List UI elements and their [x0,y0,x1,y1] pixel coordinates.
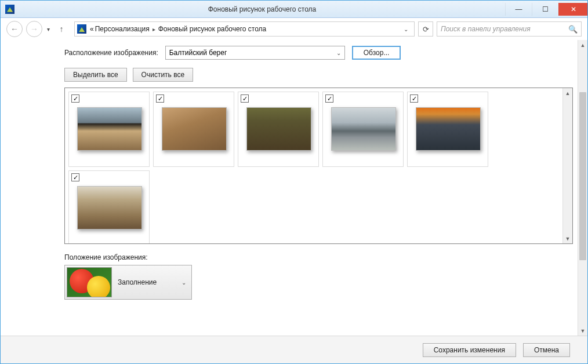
gallery-thumbnail [77,107,142,151]
scroll-thumb[interactable] [579,92,586,260]
gallery-item[interactable]: ✓ [68,170,150,243]
position-label: Положение изображения: [64,253,573,261]
breadcrumb-dropdown-icon[interactable]: ⌄ [400,26,412,32]
location-label: Расположение изображения: [64,49,158,57]
history-dropdown-icon[interactable]: ▾ [46,26,51,32]
main-panel: Расположение изображения: Балтийский бер… [1,40,578,336]
position-select[interactable]: Заполнение ⌄ [64,265,192,300]
save-button[interactable]: Сохранить изменения [423,343,516,357]
up-button[interactable]: ↑ [55,22,68,36]
gallery: ✓✓✓✓✓✓ ▲ ▼ [64,88,573,244]
gallery-item[interactable]: ✓ [407,92,488,167]
cancel-button[interactable]: Отмена [523,343,570,357]
gallery-item-checkbox[interactable]: ✓ [241,94,249,103]
scroll-up-icon[interactable]: ▲ [563,88,572,98]
gallery-thumbnail [246,107,311,151]
scroll-up-icon[interactable]: ▲ [578,40,587,50]
clear-all-button[interactable]: Очистить все [133,68,193,82]
gallery-thumbnail [77,186,142,230]
app-icon [5,5,14,14]
gallery-thumbnail [162,107,227,151]
search-icon[interactable]: 🔍 [568,25,578,34]
breadcrumb-icon [77,24,86,34]
bottom-bar: Сохранить изменения Отмена [1,336,587,363]
breadcrumb-prefix: « [90,25,94,33]
gallery-item-checkbox[interactable]: ✓ [71,173,79,181]
window-controls: — ☐ ✕ [505,3,587,16]
scroll-down-icon[interactable]: ▼ [578,326,587,336]
nav-row: ← → ▾ ↑ « Персонализация ▸ Фоновый рисун… [1,18,587,40]
gallery-item-checkbox[interactable]: ✓ [71,94,79,103]
select-all-button[interactable]: Выделить все [64,68,127,82]
gallery-scrollbar[interactable]: ▲ ▼ [562,88,572,243]
refresh-button[interactable]: ⟳ [418,21,433,37]
breadcrumb-item-background[interactable]: Фоновый рисунок рабочего стола [158,25,267,33]
browse-button[interactable]: Обзор... [352,46,401,60]
gallery-item-checkbox[interactable]: ✓ [325,94,333,103]
scroll-down-icon[interactable]: ▼ [563,234,572,243]
selection-row: Выделить все Очистить все [64,68,573,82]
gallery-item[interactable]: ✓ [153,92,234,167]
page-scrollbar[interactable]: ▲ ▼ [578,40,587,336]
titlebar: Фоновый рисунок рабочего стола — ☐ ✕ [1,1,587,18]
gallery-item-checkbox[interactable]: ✓ [156,94,164,103]
maximize-button[interactable]: ☐ [532,3,558,16]
content-area: Расположение изображения: Балтийский бер… [1,40,587,336]
gallery-thumbnail [331,107,396,151]
chevron-right-icon: ▸ [151,26,157,32]
position-preview [67,267,112,297]
back-button[interactable]: ← [6,21,23,37]
minimize-button[interactable]: — [505,3,532,16]
forward-button[interactable]: → [26,21,42,37]
location-select[interactable]: Балтийский берег ⌄ [165,46,345,60]
breadcrumb-item-personalization[interactable]: Персонализация [95,25,150,33]
gallery-item-checkbox[interactable]: ✓ [410,94,418,103]
chevron-down-icon: ⌄ [182,279,190,286]
location-row: Расположение изображения: Балтийский бер… [64,46,573,60]
position-selected: Заполнение [112,278,182,286]
chevron-down-icon: ⌄ [336,50,341,56]
gallery-thumbnail [416,107,481,151]
breadcrumb[interactable]: « Персонализация ▸ Фоновый рисунок рабоч… [74,21,415,37]
window: Фоновый рисунок рабочего стола — ☐ ✕ ← →… [0,0,588,364]
gallery-item[interactable]: ✓ [68,92,150,167]
window-title: Фоновый рисунок рабочего стола [19,5,505,13]
close-button[interactable]: ✕ [558,3,587,16]
search-placeholder: Поиск в панели управления [441,25,568,33]
gallery-item[interactable]: ✓ [238,92,319,167]
search-input[interactable]: Поиск в панели управления 🔍 [437,21,582,37]
location-selected: Балтийский берег [169,49,227,57]
gallery-item[interactable]: ✓ [322,92,404,167]
